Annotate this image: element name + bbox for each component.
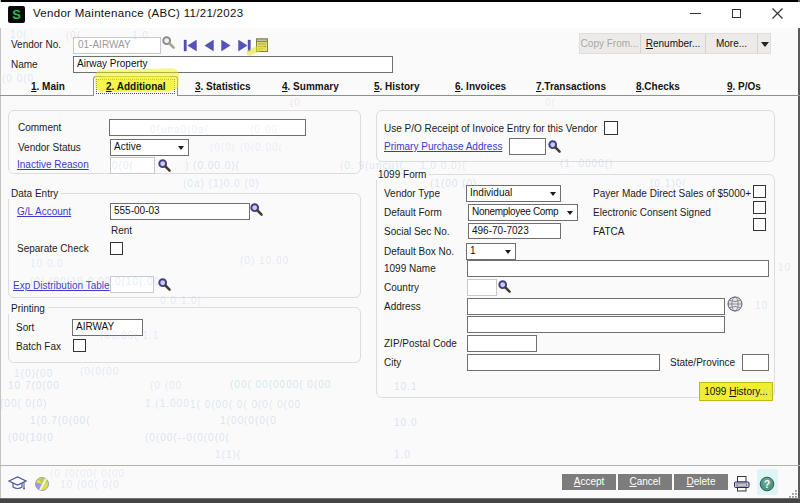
svg-text:?: ? bbox=[764, 479, 770, 490]
